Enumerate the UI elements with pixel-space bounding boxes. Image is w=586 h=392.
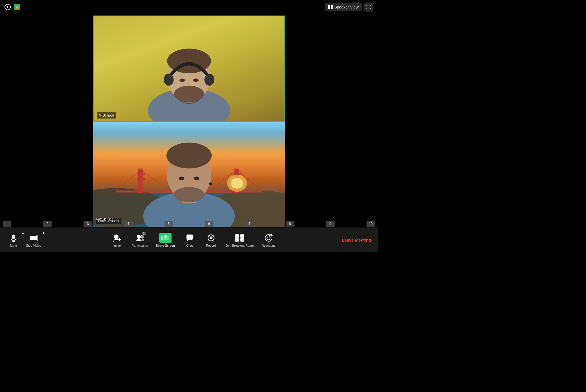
video-container: V School bbox=[93, 16, 285, 227]
svg-rect-2 bbox=[328, 7, 330, 9]
num-badge-8: 8 bbox=[286, 221, 294, 227]
invite-icon bbox=[112, 233, 122, 243]
top-left-icons: i 🔒 bbox=[5, 4, 20, 10]
info-icon[interactable]: i bbox=[5, 4, 11, 10]
share-screen-label: Share Screen bbox=[156, 244, 175, 247]
stop-video-icon bbox=[28, 233, 39, 243]
video-bg-bottom bbox=[93, 122, 285, 227]
record-button[interactable]: Record bbox=[203, 231, 219, 249]
svg-point-35 bbox=[194, 177, 199, 180]
join-breakout-icon bbox=[234, 233, 245, 243]
speaker-view-icon bbox=[328, 5, 333, 9]
svg-rect-54 bbox=[235, 238, 239, 242]
invite-label: Invite bbox=[113, 244, 121, 247]
reactions-icon bbox=[264, 233, 274, 243]
svg-rect-40 bbox=[30, 236, 35, 240]
fullscreen-button[interactable] bbox=[364, 3, 373, 12]
video-group: Stop Video ▲ bbox=[25, 231, 45, 249]
mute-button[interactable]: Mute bbox=[6, 231, 21, 249]
record-label: Record bbox=[206, 244, 216, 247]
video-caret[interactable]: ▲ bbox=[42, 231, 45, 239]
svg-point-34 bbox=[179, 177, 184, 180]
svg-rect-53 bbox=[240, 234, 244, 238]
svg-point-33 bbox=[174, 187, 205, 202]
toolbar-right: Leave Meeting bbox=[341, 235, 372, 245]
name-badge-top: V School bbox=[97, 112, 116, 119]
participants-badge: 2 bbox=[142, 232, 146, 235]
toolbar: Mute ▲ Stop Video ▲ bbox=[0, 227, 378, 252]
participants-icon: 2 bbox=[135, 233, 145, 243]
video-tile-bottom: Nate Jensen bbox=[93, 122, 285, 227]
top-bar: i 🔒 Speaker View bbox=[0, 0, 378, 14]
speaker-view-label: Speaker View bbox=[334, 5, 359, 9]
record-icon bbox=[206, 233, 216, 243]
video-bg-top bbox=[94, 16, 284, 121]
svg-rect-1 bbox=[331, 5, 333, 7]
svg-point-45 bbox=[137, 235, 141, 239]
mute-icon bbox=[8, 233, 19, 243]
toolbar-left: Mute ▲ Stop Video ▲ bbox=[6, 231, 45, 249]
mute-group: Mute ▲ bbox=[6, 231, 24, 249]
video-tile-top: V School bbox=[93, 16, 285, 122]
stop-video-button[interactable]: Stop Video bbox=[25, 231, 42, 249]
num-badge-10: 10 bbox=[366, 221, 375, 227]
svg-point-57 bbox=[267, 236, 268, 238]
share-screen-icon bbox=[159, 233, 172, 243]
stop-video-label: Stop Video bbox=[26, 244, 41, 247]
participants-label: Participants bbox=[132, 244, 148, 247]
svg-point-11 bbox=[179, 78, 185, 82]
svg-rect-0 bbox=[328, 5, 330, 7]
chat-button[interactable]: Chat bbox=[182, 231, 197, 249]
person-silhouette-bottom bbox=[135, 122, 243, 227]
invite-button[interactable]: Invite bbox=[109, 231, 125, 249]
num-badge-9: 9 bbox=[326, 221, 335, 227]
num-badge-3: 3 bbox=[84, 221, 92, 227]
participants-button[interactable]: 2 Participants bbox=[131, 231, 149, 249]
toolbar-center: Invite 2 Participants bbox=[45, 231, 341, 249]
svg-point-37 bbox=[12, 235, 15, 239]
mute-label: Mute bbox=[10, 244, 17, 247]
svg-point-36 bbox=[209, 183, 212, 185]
reactions-button[interactable]: Reactions bbox=[260, 231, 276, 249]
svg-point-10 bbox=[204, 73, 214, 86]
svg-point-42 bbox=[114, 235, 118, 239]
svg-point-9 bbox=[164, 73, 174, 86]
nate-label: Nate Jensen bbox=[96, 217, 113, 221]
svg-rect-3 bbox=[331, 7, 333, 9]
svg-point-46 bbox=[141, 235, 144, 238]
top-right-controls: Speaker View bbox=[325, 3, 373, 12]
join-breakout-label: Join Breakout Room bbox=[226, 244, 254, 247]
svg-rect-52 bbox=[235, 234, 239, 238]
speaker-view-button[interactable]: Speaker View bbox=[325, 3, 362, 11]
num-badge-1: 1 bbox=[3, 221, 11, 227]
person-silhouette-top bbox=[141, 23, 237, 121]
svg-point-32 bbox=[166, 143, 212, 168]
num-badge-2: 2 bbox=[43, 221, 52, 227]
svg-point-51 bbox=[210, 236, 212, 239]
mute-caret[interactable]: ▲ bbox=[21, 231, 24, 239]
reactions-label: Reactions bbox=[262, 244, 275, 247]
leave-meeting-button[interactable]: Leave Meeting bbox=[341, 235, 372, 245]
fullscreen-icon bbox=[366, 5, 371, 9]
svg-point-12 bbox=[193, 78, 199, 82]
svg-rect-55 bbox=[240, 238, 244, 242]
svg-marker-41 bbox=[35, 235, 38, 241]
chat-label: Chat bbox=[186, 244, 193, 247]
lock-icon[interactable]: 🔒 bbox=[14, 4, 20, 10]
chat-icon bbox=[185, 233, 195, 243]
share-screen-button[interactable]: Share Screen bbox=[155, 231, 176, 249]
join-breakout-button[interactable]: Join Breakout Room bbox=[225, 231, 255, 249]
